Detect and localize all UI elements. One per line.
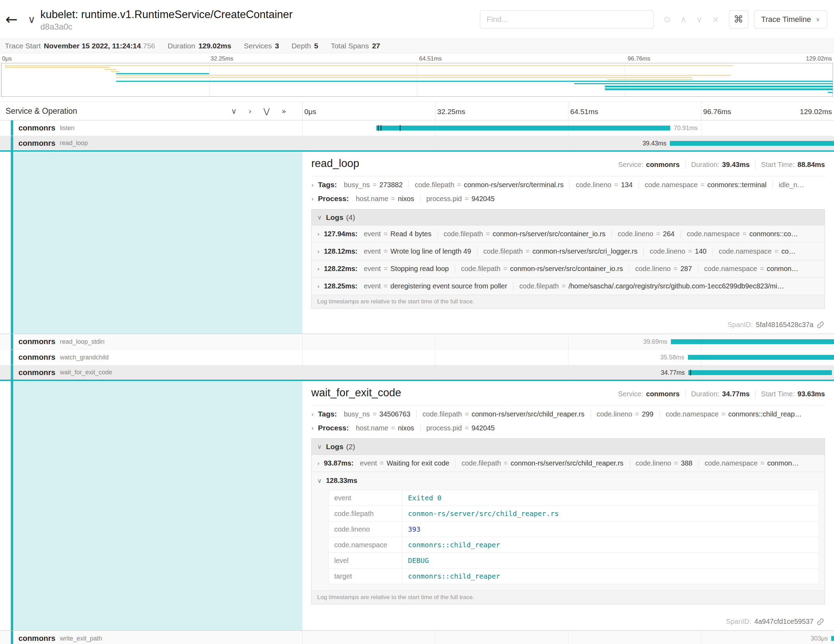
service-color-bar <box>11 152 13 334</box>
next-result-icon[interactable]: ∨ <box>696 15 703 24</box>
collapse-one-icon[interactable]: ∨ <box>231 107 237 115</box>
span-name-cell[interactable]: conmonrs watch_grandchild <box>0 350 302 365</box>
logs-section-header[interactable]: ∨ Logs (4) <box>312 209 824 225</box>
span-timeline-cell[interactable]: 39.69ms <box>302 334 834 350</box>
keyboard-shortcuts-button[interactable]: ⌘ <box>729 10 748 29</box>
tag-item: code.lineno=134 <box>575 181 632 189</box>
log-entry[interactable]: ›128.22ms:event=Stopping read loopcode.f… <box>312 260 824 278</box>
tag-key: code.lineno <box>635 265 671 272</box>
log-fields: event=Waiting for exit codecode.filepath… <box>360 459 799 468</box>
top-bar-actions: ⊙ ∧ ∨ × ⌘ Trace Timeline ∨ <box>480 10 827 29</box>
log-entry-header[interactable]: ›128.22ms:event=Stopping read loopcode.f… <box>317 260 819 277</box>
span-row-read-loop-stdin[interactable]: conmonrs read_loop_stdin 39.69ms <box>0 334 834 350</box>
copy-link-icon[interactable] <box>816 618 824 626</box>
logs-section-header[interactable]: ∨ Logs (2) <box>312 439 824 455</box>
log-entry-header[interactable]: ›93.87ms:event=Waiting for exit codecode… <box>317 455 819 472</box>
span-duration-bar[interactable] <box>671 339 834 344</box>
tag-item: code.lineno=287 <box>635 265 692 273</box>
title-block: kubelet: runtime.v1.RuntimeService/Creat… <box>40 7 480 32</box>
span-name-cell[interactable]: conmonrs wait_for_exit_code <box>0 365 302 380</box>
log-entry[interactable]: ›128.25ms:event=deregistering event sour… <box>312 278 824 295</box>
log-entry[interactable]: ›127.94ms:event=Read 4 bytescode.filepat… <box>312 225 824 243</box>
trace-header-collapse-button[interactable]: ∨ <box>23 0 40 39</box>
divider <box>311 176 825 176</box>
span-id-value: 4a947cfd1ce59537 <box>754 618 813 626</box>
tags-row[interactable]: › Tags: busy_ns=273882code.filepath=conm… <box>311 178 825 192</box>
expand-all-icon[interactable]: » <box>282 107 286 115</box>
span-timeline-cell[interactable]: 70.91ms <box>302 120 834 136</box>
summary-item-label: Trace Start <box>5 42 41 50</box>
span-row-listen[interactable]: conmonrs listen 70.91ms <box>0 120 834 136</box>
log-field-value: conmonrs::child_reaper <box>402 568 819 584</box>
tag-value: conmon-rs/server/src/child_reaper.rs <box>472 410 585 418</box>
tag-key: event <box>364 265 381 272</box>
detail-name-column[interactable] <box>13 152 302 334</box>
back-button[interactable]: ← <box>0 0 23 39</box>
logs-list: ›127.94ms:event=Read 4 bytescode.filepat… <box>312 225 824 295</box>
log-entry[interactable]: ∨128.33mseventExited 0code.filepathconmo… <box>312 472 824 591</box>
detail-name-column[interactable] <box>13 381 302 630</box>
timeline-tick-label: 32.25ms <box>211 55 233 62</box>
span-duration-bar[interactable] <box>831 636 834 641</box>
copy-link-icon[interactable] <box>816 321 824 329</box>
service-name: conmonrs <box>18 353 55 362</box>
match-highlight-icon[interactable]: ⊙ <box>664 15 671 24</box>
span-duration-bar[interactable] <box>688 370 832 375</box>
span-row-wait-for-exit-code[interactable]: conmonrs wait_for_exit_code 34.77ms <box>0 365 834 381</box>
find-input[interactable] <box>480 10 654 29</box>
span-name-cell[interactable]: conmonrs listen <box>0 120 302 136</box>
prev-result-icon[interactable]: ∧ <box>680 15 687 24</box>
span-row-read-loop[interactable]: conmonrs read_loop 39.43ms <box>0 136 834 152</box>
timeline-tick-label: 129.02ms <box>800 107 832 116</box>
duration-value: 34.77ms <box>722 390 750 398</box>
expand-icon: › <box>317 460 320 467</box>
log-entry-header[interactable]: ›127.94ms:event=Read 4 bytescode.filepat… <box>317 225 819 243</box>
span-timeline-cell[interactable]: 39.43ms <box>302 136 834 150</box>
collapse-icon: ∨ <box>317 443 322 450</box>
expand-one-icon[interactable]: › <box>249 107 252 115</box>
log-entry-header[interactable]: ›128.12ms:event=Wrote log line of length… <box>317 243 819 260</box>
span-name-cell[interactable]: conmonrs read_loop <box>0 136 302 150</box>
tag-key: code.filepath <box>443 230 483 238</box>
equals-sign: = <box>457 181 461 189</box>
span-timeline-cell[interactable]: 303μs <box>302 631 834 644</box>
tag-value: 388 <box>681 459 692 467</box>
tag-value: 34506763 <box>380 410 411 418</box>
tag-key: process.pid <box>427 424 462 432</box>
field-separator <box>569 181 570 189</box>
tag-key: code.filepath <box>415 181 454 189</box>
equals-sign: = <box>562 282 566 290</box>
start-time-value: 93.63ms <box>797 390 825 398</box>
collapse-all-icon[interactable]: ⋁ <box>263 107 270 115</box>
tags-row[interactable]: › Tags: busy_ns=34506763code.filepath=co… <box>311 407 825 421</box>
span-row-watch-grandchild[interactable]: conmonrs watch_grandchild 35.58ms <box>0 350 834 365</box>
span-duration-bar[interactable] <box>376 126 671 131</box>
log-entry[interactable]: ›128.12ms:event=Wrote log line of length… <box>312 243 824 260</box>
clear-find-icon[interactable]: × <box>712 15 719 24</box>
tag-key: event <box>364 248 381 255</box>
tag-item: code.lineno=264 <box>618 230 674 238</box>
equals-sign: = <box>372 181 377 189</box>
span-duration-bar[interactable] <box>688 355 834 360</box>
span-name-cell[interactable]: conmonrs read_loop_stdin <box>0 334 302 350</box>
span-id-label: SpanID: <box>726 618 751 626</box>
span-row-write-exit-path[interactable]: conmonrs write_exit_path 303μs <box>0 631 834 644</box>
span-timeline-cell[interactable]: 34.77ms <box>302 365 834 380</box>
tag-key: code.filepath <box>483 248 523 255</box>
span-name-cell[interactable]: conmonrs write_exit_path <box>0 631 302 644</box>
process-row[interactable]: › Process: host.name=nixosprocess.pid=94… <box>311 421 825 435</box>
span-timeline-cell[interactable]: 35.58ms <box>302 350 834 365</box>
log-entry[interactable]: ›93.87ms:event=Waiting for exit codecode… <box>312 455 824 472</box>
service-color-indicator <box>11 631 13 644</box>
trace-view-selector[interactable]: Trace Timeline ∨ <box>754 10 827 29</box>
log-entry-header[interactable]: ›128.25ms:event=deregistering event sour… <box>317 278 819 294</box>
log-entry-header[interactable]: ∨128.33ms <box>317 472 819 489</box>
span-duration-bar[interactable] <box>670 141 834 146</box>
minimap-canvas[interactable] <box>1 63 833 97</box>
summary-item-label: Duration <box>168 42 195 50</box>
process-row[interactable]: › Process: host.name=nixosprocess.pid=94… <box>311 192 825 205</box>
log-fields: event=Read 4 bytescode.filepath=conmon-r… <box>364 230 798 238</box>
tag-item: code.namespace=conmon… <box>705 459 799 467</box>
equals-sign: = <box>384 230 388 238</box>
tag-item: code.filepath=conmon-rs/server/src/conta… <box>443 230 606 238</box>
